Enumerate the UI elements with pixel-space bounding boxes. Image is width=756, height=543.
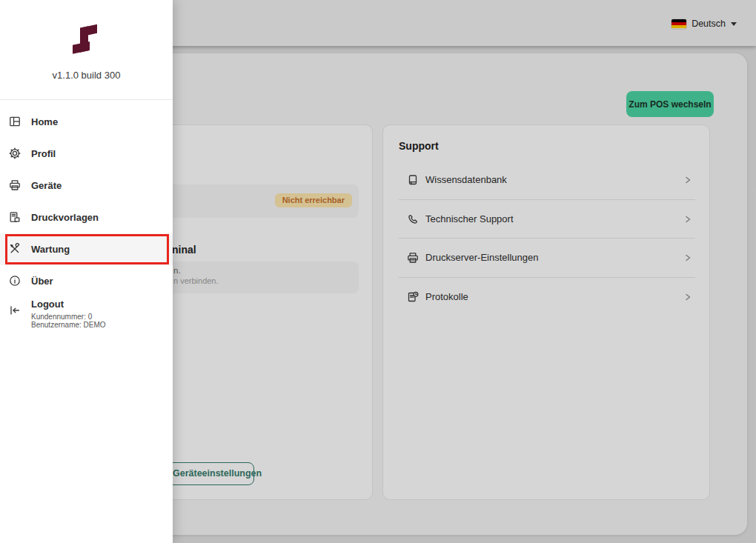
print-template-icon [9,211,21,223]
sidebar-item-wartung[interactable]: Wartung [0,233,173,265]
divider [0,99,173,100]
sidebar-item-label: Über [31,265,53,297]
screen: Deutsch Zum POS wechseln Nicht erreichba… [0,0,756,543]
sidebar-item-druckvorlagen[interactable]: Druckvorlagen [0,201,173,233]
sidebar-item-home[interactable]: Home [0,106,173,138]
app-logo [72,22,100,58]
sidebar-item-label: Wartung [31,233,70,265]
sidebar-item-label: Profil [31,138,56,170]
sidebar-item-label: Home [31,106,58,138]
info-icon [9,275,21,287]
sidebar-item-geraete[interactable]: Geräte [0,170,173,201]
user-name-label: Benutzername: DEMO [31,321,106,329]
gear-icon [9,147,21,159]
sidebar-item-logout[interactable]: Logout Kundennummer: 0 Benutzername: DEM… [0,295,173,333]
customer-number-label: Kundennummer: 0 [31,313,92,321]
logout-icon [9,304,21,316]
printer-icon [9,179,21,191]
sidebar-item-profil[interactable]: Profil [0,138,173,170]
sidebar-item-ueber[interactable]: Über [0,265,173,297]
logout-label: Logout [31,299,64,310]
version-label: v1.1.0 build 300 [0,70,173,81]
layout-icon [9,116,21,127]
tools-icon [9,243,21,255]
navigation-drawer: v1.1.0 build 300 Home Profil [0,0,173,543]
sidebar-item-label: Druckvorlagen [31,201,99,233]
sidebar-item-label: Geräte [31,170,62,201]
